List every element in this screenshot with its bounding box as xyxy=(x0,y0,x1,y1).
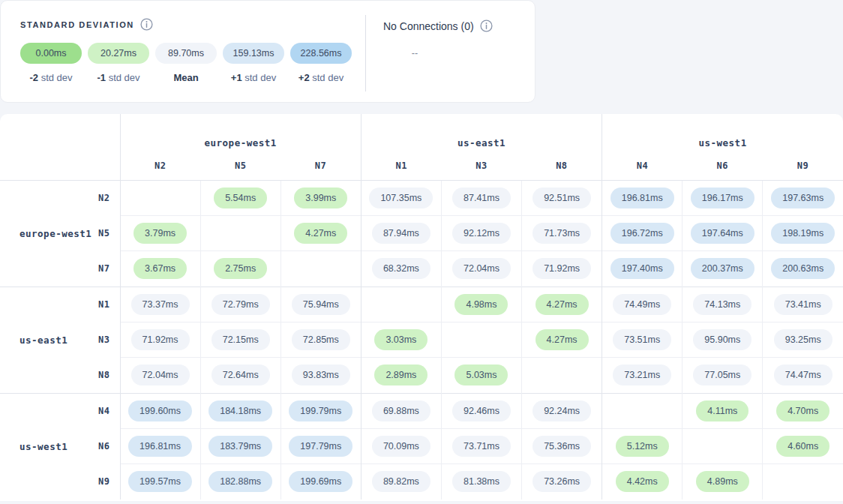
latency-value-pill: 2.75ms xyxy=(214,258,267,279)
latency-value-pill: 200.63ms xyxy=(771,258,835,279)
column-region-header: us-west1 xyxy=(602,114,843,152)
row-label-cell: europe-west1N5 xyxy=(0,216,120,251)
info-circle-icon[interactable] xyxy=(140,18,153,31)
latency-value-pill: 4.60ms xyxy=(776,436,830,457)
legend-pill: 89.70ms xyxy=(155,43,217,64)
latency-value-pill: 199.60ms xyxy=(128,400,192,422)
legend-stop: 0.00ms-2 std dev xyxy=(20,43,82,83)
latency-value-pill: 5.03ms xyxy=(454,364,508,386)
latency-value-pill: 4.98ms xyxy=(454,294,508,315)
latency-value-pill: 197.40ms xyxy=(610,258,674,279)
latency-cell: 73.37ms xyxy=(120,286,200,322)
row-node-label: N4 xyxy=(98,406,110,416)
latency-cell: 73.26ms xyxy=(522,464,602,500)
latency-cell: 74.13ms xyxy=(682,286,763,322)
latency-value-pill: 3.03ms xyxy=(374,329,428,350)
latency-cell: 3.67ms xyxy=(120,251,200,287)
latency-cell: 5.54ms xyxy=(200,180,280,216)
latency-cell: 4.11ms xyxy=(682,393,763,429)
latency-value-pill: 199.69ms xyxy=(289,471,352,492)
matrix-row: us-east1N371.92ms72.15ms72.85ms3.03ms4.2… xyxy=(0,322,843,358)
matrix-row: N4199.60ms184.18ms199.79ms69.88ms92.46ms… xyxy=(0,393,843,429)
latency-cell: 71.73ms xyxy=(522,216,602,251)
latency-cell: 4.27ms xyxy=(522,322,602,358)
latency-cell: 69.88ms xyxy=(361,393,441,429)
legend-pill: 159.13ms xyxy=(223,43,284,64)
latency-cell: 74.47ms xyxy=(763,358,843,394)
legend-stop: 20.27ms-1 std dev xyxy=(88,43,149,83)
column-node-header: N7 xyxy=(280,152,361,180)
latency-cell: 5.12ms xyxy=(602,429,682,464)
latency-cell: 199.60ms xyxy=(120,393,200,429)
latency-cell: 73.51ms xyxy=(602,322,682,358)
latency-cell: 73.21ms xyxy=(602,358,682,394)
latency-cell-self xyxy=(602,393,682,429)
row-label-cell: N4 xyxy=(0,393,120,429)
latency-value-pill: 92.51ms xyxy=(532,188,591,208)
latency-cell: 73.41ms xyxy=(763,286,843,322)
latency-matrix-card: europe-west1us-east1us-west1N2N5N7N1N3N8… xyxy=(0,114,843,501)
latency-value-pill: 199.57ms xyxy=(128,471,192,492)
latency-value-pill: 4.70ms xyxy=(776,400,830,422)
column-node-header: N8 xyxy=(522,152,602,180)
latency-cell-self xyxy=(682,429,763,464)
latency-value-pill: 87.94ms xyxy=(372,223,430,244)
latency-cell: 199.57ms xyxy=(120,464,200,500)
latency-cell: 77.05ms xyxy=(682,358,763,394)
latency-cell: 196.81ms xyxy=(602,180,682,216)
latency-cell: 93.83ms xyxy=(280,358,361,394)
latency-cell: 183.79ms xyxy=(200,429,280,464)
latency-cell: 89.82ms xyxy=(361,464,441,500)
latency-value-pill: 4.27ms xyxy=(536,329,589,350)
latency-value-pill: 73.51ms xyxy=(613,329,671,350)
latency-cell: 3.79ms xyxy=(120,216,200,251)
latency-value-pill: 182.88ms xyxy=(208,471,272,492)
matrix-row: europe-west1N53.79ms4.27ms87.94ms92.12ms… xyxy=(0,216,843,251)
latency-value-pill: 72.85ms xyxy=(292,329,350,350)
legend-stop: 228.56ms+2 std dev xyxy=(290,43,352,83)
latency-cell: 199.79ms xyxy=(280,393,361,429)
matrix-corner-cell xyxy=(0,114,120,180)
latency-cell: 5.03ms xyxy=(441,358,521,394)
legend-stops: 0.00ms-2 std dev20.27ms-1 std dev89.70ms… xyxy=(20,43,356,83)
latency-value-pill: 73.37ms xyxy=(131,294,190,315)
latency-cell: 4.89ms xyxy=(682,464,763,500)
column-node-header: N5 xyxy=(200,152,280,180)
latency-cell: 87.94ms xyxy=(361,216,441,251)
matrix-row: N872.04ms72.64ms93.83ms2.89ms5.03ms73.21… xyxy=(0,358,843,394)
legend-stop-label: +2 std dev xyxy=(298,72,344,83)
latency-value-pill: 5.54ms xyxy=(214,188,267,208)
latency-value-pill: 73.41ms xyxy=(774,294,832,315)
latency-cell: 182.88ms xyxy=(200,464,280,500)
row-node-label: N1 xyxy=(98,299,110,310)
latency-value-pill: 81.38ms xyxy=(452,471,511,492)
no-connection-pill: -- xyxy=(383,43,446,64)
row-node-label: N5 xyxy=(98,228,110,238)
row-node-label: N7 xyxy=(98,263,110,274)
legend-pill: 0.00ms xyxy=(20,43,82,64)
latency-value-pill: 87.41ms xyxy=(452,188,511,208)
latency-value-pill: 3.99ms xyxy=(294,188,347,208)
legend-stop-label: -2 std dev xyxy=(29,72,72,83)
latency-cell: 4.27ms xyxy=(522,286,602,322)
latency-cell: 71.92ms xyxy=(522,251,602,287)
row-label-cell: N1 xyxy=(0,286,120,322)
legend-pill: 228.56ms xyxy=(290,43,352,64)
latency-cell: 197.63ms xyxy=(763,180,843,216)
latency-value-pill: 73.26ms xyxy=(532,471,591,492)
latency-cell: 197.40ms xyxy=(602,251,682,287)
latency-cell: 4.42ms xyxy=(602,464,682,500)
info-circle-icon[interactable] xyxy=(480,20,493,32)
latency-cell: 95.90ms xyxy=(682,322,763,358)
row-node-label: N3 xyxy=(98,334,110,345)
latency-value-pill: 74.49ms xyxy=(613,294,671,315)
latency-cell: 107.35ms xyxy=(361,180,441,216)
row-node-label: N8 xyxy=(98,370,110,380)
latency-cell-self xyxy=(763,464,843,500)
latency-cell: 2.89ms xyxy=(361,358,441,394)
matrix-row: N173.37ms72.79ms75.94ms4.98ms4.27ms74.49… xyxy=(0,286,843,322)
latency-value-pill: 197.79ms xyxy=(289,436,352,457)
row-label-cell: us-east1N3 xyxy=(0,322,120,358)
latency-value-pill: 72.64ms xyxy=(212,364,270,386)
latency-cell-self xyxy=(200,216,280,251)
